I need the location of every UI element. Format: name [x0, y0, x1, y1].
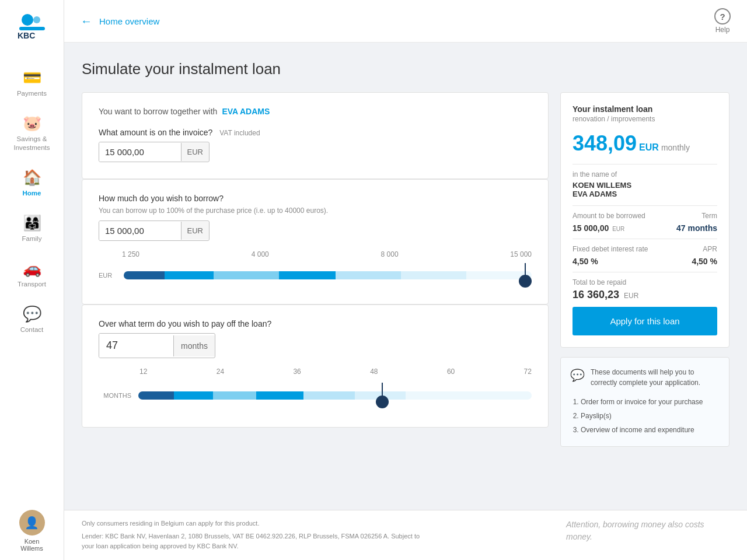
doc-item-1: Order form or invoice for your purchase: [581, 395, 720, 409]
interest-label: Fixed debet interest rate: [573, 245, 648, 253]
svg-point-0: [22, 14, 33, 26]
main-content: ← Home overview ? Help Simulate your ins…: [64, 0, 747, 560]
svg-text:KBC: KBC: [18, 31, 35, 40]
payments-icon: 💳: [23, 69, 41, 87]
slider-mark-4000: 4 000: [252, 250, 269, 258]
loan-summary-title: Your instalment loan: [573, 104, 717, 114]
term-unit: months: [173, 335, 215, 356]
docs-header-text: These documents will help you to correct…: [591, 367, 720, 388]
top-nav: ← Home overview ? Help: [64, 0, 747, 43]
sidebar-item-payments[interactable]: 💳 Payments: [0, 61, 64, 106]
footer: Only consumers residing in Belgium can a…: [64, 510, 747, 560]
vat-label: VAT included: [219, 129, 260, 137]
help-button[interactable]: ? Help: [714, 8, 731, 34]
user-name-line2: Willems: [20, 545, 43, 552]
borrow-amount-card: How much do you wish to borrow? You can …: [82, 179, 549, 304]
sidebar-item-home-label: Home: [23, 189, 41, 198]
term-label: Over what term do you wish to pay off th…: [99, 319, 532, 328]
sidebar-item-transport[interactable]: 🚗 Transport: [0, 251, 64, 297]
doc-item-3: Overview of income and expenditure: [581, 423, 720, 437]
back-arrow-icon: ←: [81, 15, 92, 28]
user-name-line1: Koen: [25, 538, 40, 545]
invoice-amount-input[interactable]: [99, 142, 181, 162]
savings-icon: 🐷: [23, 114, 41, 132]
sidebar-item-contact-label: Contact: [20, 326, 44, 334]
amount-row: Amount to be borrowed Term: [573, 212, 717, 220]
invoice-amount-input-group[interactable]: EUR: [99, 142, 210, 162]
loan-summary-subtitle: renovation / improvements: [573, 115, 717, 123]
amount-slider-track-container[interactable]: [124, 261, 532, 290]
doc-item-2: Payslip(s): [581, 409, 720, 423]
borrow-with-label: You want to borrow together with: [99, 107, 217, 116]
amount-slider-track: [124, 271, 532, 279]
months-slider-track-container[interactable]: [138, 378, 532, 413]
borrower-name: EVA ADAMS: [222, 107, 270, 116]
back-label: Home overview: [99, 16, 159, 26]
borrow-amount-label: How much do you wish to borrow?: [99, 194, 532, 203]
months-mark-72: 72: [524, 368, 532, 376]
term-summary-label: Term: [701, 212, 717, 220]
total-currency: EUR: [624, 292, 638, 300]
contact-icon: 💬: [23, 305, 41, 323]
footer-legal-p1: Only consumers residing in Belgium can a…: [82, 519, 432, 529]
monthly-amount-value: 348,09: [573, 131, 637, 156]
amount-borrowed-value: 15 000,00 EUR: [573, 223, 624, 233]
months-mark-12: 12: [139, 368, 147, 376]
apply-loan-button[interactable]: Apply for this loan: [573, 307, 717, 335]
footer-legal-p2: Lender: KBC Bank NV, Havenlaan 2, 1080 B…: [82, 531, 432, 552]
months-track-label: MONTHS: [99, 392, 134, 399]
transport-icon: 🚗: [23, 260, 41, 278]
months-mark-48: 48: [370, 368, 378, 376]
content-body: You want to borrow together with EVA ADA…: [82, 92, 729, 498]
months-slider-thumb[interactable]: [376, 383, 389, 408]
sidebar-item-contact[interactable]: 💬 Contact: [0, 297, 64, 342]
apr-value: 4,50 %: [692, 257, 717, 266]
slider-mark-1250: 1 250: [122, 250, 139, 258]
invoice-card: You want to borrow together with EVA ADA…: [82, 92, 549, 179]
sidebar-item-savings[interactable]: 🐷 Savings &Investments: [0, 106, 64, 160]
borrow-amount-input[interactable]: [99, 221, 181, 240]
invoice-currency: EUR: [181, 143, 209, 161]
eur-track-label: EUR: [99, 272, 119, 279]
sidebar-item-family-label: Family: [22, 235, 42, 243]
docs-header: 💬 These documents will help you to corre…: [570, 367, 720, 388]
monthly-amount-display: 348,09 EUR monthly: [573, 131, 717, 156]
sidebar-item-family[interactable]: 👨‍👩‍👧 Family: [0, 206, 64, 251]
months-mark-60: 60: [447, 368, 455, 376]
months-slider-track: [138, 391, 532, 400]
right-panel: Your instalment loan renovation / improv…: [560, 92, 729, 498]
borrow-amount-sublabel: You can borrow up to 100% of the purchas…: [99, 206, 532, 215]
help-label: Help: [715, 26, 730, 34]
home-icon: 🏠: [23, 169, 41, 187]
monthly-period: monthly: [661, 143, 690, 152]
slider-mark-8000: 8 000: [381, 250, 399, 258]
user-avatar[interactable]: 👤 Koen Willems: [19, 510, 45, 552]
footer-disclaimer: Attention, borrowing money also costs mo…: [566, 519, 729, 543]
svg-rect-2: [19, 27, 45, 30]
slider-mark-15000: 15 000: [510, 250, 532, 258]
amount-borrowed-label: Amount to be borrowed: [573, 212, 645, 220]
term-value: 47 months: [676, 223, 717, 233]
borrow-amount-input-group[interactable]: EUR: [99, 220, 210, 241]
months-mark-24: 24: [217, 368, 224, 376]
page-title: Simulate your instalment loan: [82, 60, 729, 78]
sidebar-item-home[interactable]: 🏠 Home: [0, 160, 64, 206]
borrower-name1: KOEN WILLEMS: [573, 181, 717, 190]
monthly-currency: EUR: [639, 142, 659, 153]
help-icon: ?: [714, 8, 731, 24]
invoice-label: What amount is on the invoice? VAT inclu…: [99, 128, 532, 137]
apr-label: APR: [703, 245, 717, 253]
family-icon: 👨‍👩‍👧: [23, 214, 41, 232]
interest-value-row: 4,50 % 4,50 %: [573, 257, 717, 266]
kbc-logo: KBC: [9, 6, 55, 49]
in-name-label: in the name of: [573, 170, 717, 178]
loan-summary-card: Your instalment loan renovation / improv…: [560, 92, 729, 348]
left-panel: You want to borrow together with EVA ADA…: [82, 92, 549, 498]
back-button[interactable]: ← Home overview: [81, 15, 159, 28]
term-input[interactable]: [99, 334, 173, 358]
term-card: Over what term do you wish to pay off th…: [82, 304, 549, 428]
term-input-group[interactable]: months: [99, 333, 215, 358]
chat-icon: 💬: [570, 368, 585, 382]
amount-slider-thumb[interactable]: [519, 263, 532, 288]
sidebar-item-payments-label: Payments: [17, 89, 47, 98]
